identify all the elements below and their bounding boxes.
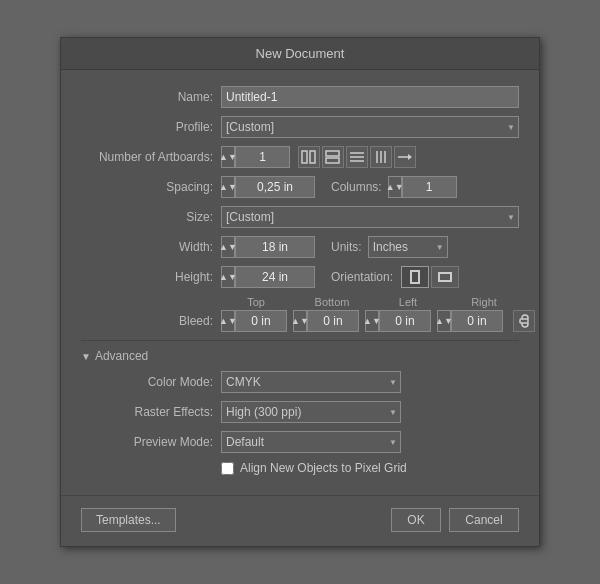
artboards-row: Number of Artboards: ▲▼ <box>81 146 519 168</box>
profile-row: Profile: [Custom] <box>81 116 519 138</box>
color-mode-select[interactable]: CMYK <box>221 371 401 393</box>
height-row: Height: ▲▼ Orientation: <box>81 266 519 288</box>
width-input[interactable] <box>235 236 315 258</box>
bleed-right-spinner: ▲▼ <box>437 310 503 332</box>
size-label: Size: <box>81 210 221 224</box>
units-select-wrap: Inches <box>368 236 448 258</box>
raster-effects-label: Raster Effects: <box>81 405 221 419</box>
dialog-footer: Templates... OK Cancel <box>61 495 539 546</box>
columns-spinner: ▲▼ <box>388 176 457 198</box>
advanced-toggle[interactable]: ▼ Advanced <box>81 349 519 363</box>
bleed-left-spinner: ▲▼ <box>365 310 431 332</box>
bleed-top-input[interactable] <box>235 310 287 332</box>
size-select-wrap: [Custom] <box>221 206 519 228</box>
cancel-button[interactable]: Cancel <box>449 508 519 532</box>
spacing-input[interactable] <box>235 176 315 198</box>
preview-mode-label: Preview Mode: <box>81 435 221 449</box>
height-spinner-btn[interactable]: ▲▼ <box>221 266 235 288</box>
align-pixel-label: Align New Objects to Pixel Grid <box>240 461 407 475</box>
bleed-left-btn[interactable]: ▲▼ <box>365 310 379 332</box>
footer-right: OK Cancel <box>391 508 519 532</box>
name-input[interactable] <box>221 86 519 108</box>
height-spinner: ▲▼ <box>221 266 315 288</box>
portrait-btn[interactable] <box>401 266 429 288</box>
raster-effects-select-wrap: High (300 ppi) <box>221 401 401 423</box>
landscape-btn[interactable] <box>431 266 459 288</box>
bleed-inputs: ▲▼ ▲▼ ▲▼ ▲▼ <box>221 310 535 332</box>
color-mode-label: Color Mode: <box>81 375 221 389</box>
width-spinner-btn[interactable]: ▲▼ <box>221 236 235 258</box>
bleed-link-btn[interactable] <box>513 310 535 332</box>
svg-marker-11 <box>408 154 412 160</box>
dialog-title: New Document <box>61 38 539 70</box>
svg-rect-1 <box>310 151 315 163</box>
preview-mode-row: Preview Mode: Default <box>81 431 519 453</box>
preview-mode-select[interactable]: Default <box>221 431 401 453</box>
section-divider <box>81 340 519 341</box>
bleed-top-spinner: ▲▼ <box>221 310 287 332</box>
bleed-label: Bleed: <box>81 314 221 328</box>
grid-1x2-btn[interactable] <box>322 146 344 168</box>
grid-2x1-btn[interactable] <box>298 146 320 168</box>
units-select[interactable]: Inches <box>368 236 448 258</box>
bleed-top-btn[interactable]: ▲▼ <box>221 310 235 332</box>
bleed-left-input[interactable] <box>379 310 431 332</box>
bleed-bottom-input[interactable] <box>307 310 359 332</box>
link-icon <box>518 314 530 328</box>
bleed-top-header: Top <box>221 296 291 308</box>
portrait-icon <box>410 270 420 284</box>
align-pixel-row: Align New Objects to Pixel Grid <box>221 461 519 475</box>
raster-effects-select[interactable]: High (300 ppi) <box>221 401 401 423</box>
svg-rect-2 <box>326 151 339 156</box>
columns-spinner-btn[interactable]: ▲▼ <box>388 176 402 198</box>
columns-label: Columns: <box>331 180 382 194</box>
artboards-input[interactable] <box>235 146 290 168</box>
spacing-label: Spacing: <box>81 180 221 194</box>
svg-rect-0 <box>302 151 307 163</box>
units-label: Units: <box>331 240 362 254</box>
advanced-label: Advanced <box>95 349 148 363</box>
height-input[interactable] <box>235 266 315 288</box>
bleed-bottom-header: Bottom <box>297 296 367 308</box>
spacing-spinner-btn[interactable]: ▲▼ <box>221 176 235 198</box>
name-label: Name: <box>81 90 221 104</box>
arrange-right-btn[interactable] <box>394 146 416 168</box>
artboards-spinner-btn[interactable]: ▲▼ <box>221 146 235 168</box>
profile-select-wrap: [Custom] <box>221 116 519 138</box>
arrange-rows-btn[interactable] <box>346 146 368 168</box>
bleed-right-btn[interactable]: ▲▼ <box>437 310 451 332</box>
orientation-label: Orientation: <box>331 270 393 284</box>
artboard-layout-icons <box>298 146 416 168</box>
raster-effects-row: Raster Effects: High (300 ppi) <box>81 401 519 423</box>
svg-rect-12 <box>520 319 528 323</box>
color-mode-row: Color Mode: CMYK <box>81 371 519 393</box>
svg-rect-3 <box>326 158 339 163</box>
artboards-spinner: ▲▼ <box>221 146 290 168</box>
bleed-row: Bleed: ▲▼ ▲▼ ▲▼ ▲▼ <box>81 310 519 332</box>
bleed-right-header: Right <box>449 296 519 308</box>
width-spinner: ▲▼ <box>221 236 315 258</box>
preview-mode-select-wrap: Default <box>221 431 401 453</box>
footer-left: Templates... <box>81 508 176 532</box>
size-row: Size: [Custom] <box>81 206 519 228</box>
size-select[interactable]: [Custom] <box>221 206 519 228</box>
advanced-arrow: ▼ <box>81 351 91 362</box>
height-label: Height: <box>81 270 221 284</box>
artboards-label: Number of Artboards: <box>81 150 221 164</box>
ok-button[interactable]: OK <box>391 508 441 532</box>
bleed-bottom-btn[interactable]: ▲▼ <box>293 310 307 332</box>
name-row: Name: <box>81 86 519 108</box>
bleed-bottom-spinner: ▲▼ <box>293 310 359 332</box>
profile-label: Profile: <box>81 120 221 134</box>
dialog-body: Name: Profile: [Custom] Number of Artboa… <box>61 70 539 495</box>
new-document-dialog: New Document Name: Profile: [Custom] Num… <box>60 37 540 547</box>
spacing-spinner: ▲▼ <box>221 176 315 198</box>
width-row: Width: ▲▼ Units: Inches <box>81 236 519 258</box>
align-pixel-checkbox[interactable] <box>221 462 234 475</box>
templates-button[interactable]: Templates... <box>81 508 176 532</box>
arrange-cols-btn[interactable] <box>370 146 392 168</box>
spacing-row: Spacing: ▲▼ Columns: ▲▼ <box>81 176 519 198</box>
bleed-right-input[interactable] <box>451 310 503 332</box>
profile-select[interactable]: [Custom] <box>221 116 519 138</box>
columns-input[interactable] <box>402 176 457 198</box>
